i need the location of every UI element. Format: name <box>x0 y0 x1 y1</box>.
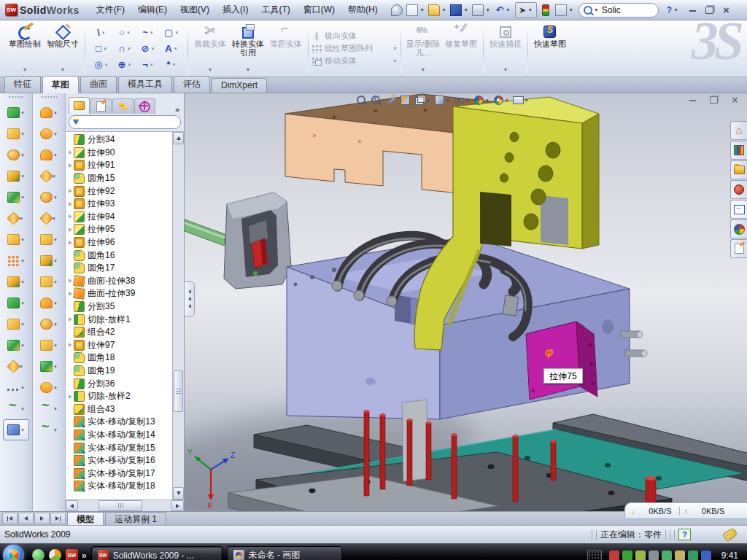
toolbar-grip[interactable] <box>41 96 57 99</box>
mold-tool-button[interactable]: ▼ <box>36 292 62 314</box>
expand-arrow-icon[interactable] <box>69 279 72 283</box>
first-tab-button[interactable] <box>2 513 18 524</box>
feature-tool-button[interactable]: ▼ <box>3 229 29 250</box>
feature-tool-button[interactable]: ▼ <box>3 419 29 440</box>
expand-arrow-icon[interactable] <box>69 343 72 347</box>
feature-tool-button[interactable]: ▼ <box>3 377 29 398</box>
feature-tree-item[interactable]: 拉伸90 <box>68 147 172 160</box>
tray-icon[interactable] <box>635 551 646 560</box>
rapid-sketch-button[interactable]: 快速草图 <box>531 22 569 75</box>
last-tab-button[interactable] <box>50 513 66 524</box>
sketch-entity-button[interactable]: □▼ <box>90 41 113 57</box>
design-library-icon[interactable] <box>730 141 747 160</box>
mold-tool-button[interactable]: ▼ <box>36 335 62 356</box>
offset-entities-button[interactable]: 等距实体 <box>267 22 305 75</box>
solidworks-search-icon[interactable] <box>730 180 747 199</box>
feature-tree-item[interactable]: 组合42 <box>68 326 172 339</box>
sketch-entity-button[interactable]: ~▼ <box>136 25 160 41</box>
feature-tool-button[interactable]: ▼ <box>3 102 29 123</box>
mold-tool-button[interactable]: ▼ <box>36 123 62 144</box>
feature-tree-item[interactable]: 拉伸93 <box>68 198 172 211</box>
move-entities-button[interactable]: 移动实体▼ <box>311 55 398 67</box>
mold-tool-button[interactable]: ▼ <box>36 229 62 250</box>
scroll-up-icon[interactable] <box>173 132 184 144</box>
feature-tree-item[interactable]: 实体-移动/复制18 <box>68 480 172 493</box>
prev-tab-button[interactable] <box>18 513 34 524</box>
scrollbar-thumb[interactable] <box>98 500 142 511</box>
expand-arrow-icon[interactable] <box>69 202 72 206</box>
command-tab[interactable]: 草图 <box>42 76 79 93</box>
print-button[interactable]: ▼ <box>471 3 492 18</box>
sketch-entity-button[interactable]: ⊕▼ <box>113 57 136 73</box>
undo-button[interactable]: ↶▼ <box>493 3 514 18</box>
mirror-entities-button[interactable]: 镜向实体 <box>311 30 398 42</box>
close-button[interactable]: × <box>719 4 734 16</box>
tab-dimxpert-manager[interactable] <box>134 98 155 114</box>
feature-tree-item[interactable]: 切除-放样2 <box>68 390 172 403</box>
quicklaunch-overflow-icon[interactable]: » <box>82 551 87 560</box>
feature-tool-button[interactable]: ▼ <box>3 166 29 187</box>
quicklaunch-messenger-icon[interactable] <box>32 549 44 560</box>
search-value[interactable]: Solic <box>602 5 621 15</box>
feature-tool-button[interactable]: ▼ <box>3 144 29 166</box>
convert-entities-button[interactable]: 转换实体引用▼ <box>229 22 267 75</box>
tray-icon[interactable] <box>701 551 711 560</box>
feature-tree-item[interactable]: 圆角15 <box>68 172 172 185</box>
mold-tool-button[interactable]: ▼ <box>36 250 62 271</box>
feature-tree-item[interactable]: 圆角16 <box>68 249 172 262</box>
feature-tool-button[interactable]: ▼ <box>3 292 29 314</box>
magic-wand-icon[interactable] <box>385 94 396 106</box>
menu-item[interactable]: 视图(V) <box>174 1 216 18</box>
tab-motion-study[interactable]: 运动算例 1 <box>105 512 166 525</box>
start-button[interactable] <box>3 545 24 560</box>
feature-tree-item[interactable]: 分割34 <box>68 133 172 147</box>
tray-icon[interactable] <box>609 551 619 560</box>
status-help-icon[interactable]: ? <box>678 529 691 540</box>
next-tab-button[interactable] <box>34 513 50 524</box>
view-settings-icon[interactable]: ▼ <box>493 94 509 106</box>
menu-item[interactable]: 窗口(W) <box>297 1 341 18</box>
tray-icon[interactable] <box>688 551 698 560</box>
feature-tool-button[interactable]: ▼ <box>3 123 29 144</box>
screen-capture-icon[interactable]: ▼ <box>513 94 529 106</box>
search-dropdown-icon[interactable]: ▼ <box>594 7 599 12</box>
expand-arrow-icon[interactable] <box>69 292 72 296</box>
command-tab[interactable]: 评估 <box>174 76 210 93</box>
feature-tree-item[interactable]: 拉伸97 <box>68 339 172 352</box>
sketch-button[interactable]: 草图绘制▼ <box>6 22 44 75</box>
feature-tree-item[interactable]: 拉伸94 <box>68 211 172 224</box>
command-tab[interactable]: 特征 <box>4 76 41 93</box>
tree-horizontal-scrollbar[interactable] <box>66 499 184 511</box>
scroll-left-icon[interactable] <box>66 500 78 511</box>
mold-tool-button[interactable]: ▼ <box>36 314 62 335</box>
minimize-button[interactable] <box>685 4 700 16</box>
expand-arrow-icon[interactable] <box>69 317 72 322</box>
feature-tree-item[interactable]: 实体-移动/复制13 <box>68 416 172 429</box>
feature-tree-item[interactable]: 实体-移动/复制17 <box>68 467 172 480</box>
save-button[interactable]: ▼ <box>449 3 470 18</box>
quicklaunch-app-icon[interactable] <box>49 549 61 560</box>
mold-tool-button[interactable]: ▼ <box>36 102 62 123</box>
pin-icon[interactable] <box>390 3 404 18</box>
feature-tree-item[interactable]: 曲面-拉伸39 <box>68 287 172 300</box>
view-palette-icon[interactable] <box>730 200 747 219</box>
tray-icon[interactable] <box>662 551 672 560</box>
command-tab[interactable]: 模具工具 <box>118 76 172 93</box>
panel-tabs-overflow[interactable]: » <box>172 105 182 114</box>
zoom-fit-icon[interactable] <box>356 94 367 106</box>
feature-tree-item[interactable]: 组合43 <box>68 402 172 416</box>
feature-tool-button[interactable]: ▼ <box>3 187 29 208</box>
feature-tree-item[interactable]: 实体-移动/复制14 <box>68 429 172 442</box>
help-button[interactable]: ?▼ <box>662 3 683 18</box>
graphics-viewport[interactable]: φ <box>185 93 747 511</box>
linear-sketch-pattern-button[interactable]: 线性草图阵列▼ <box>311 42 398 55</box>
sketch-entity-button[interactable]: ¬▼ <box>136 57 160 73</box>
scroll-down-icon[interactable] <box>173 487 184 499</box>
trim-entities-button[interactable]: 剪裁实体▼ <box>191 22 229 75</box>
tray-icon[interactable] <box>649 551 659 560</box>
feature-tree-item[interactable]: 圆角18 <box>68 351 172 365</box>
feature-tool-button[interactable]: ▼ <box>3 208 29 229</box>
gray-cavity-block-part[interactable] <box>224 192 291 289</box>
tab-feature-manager[interactable] <box>69 97 90 114</box>
expand-arrow-icon[interactable] <box>69 150 72 155</box>
